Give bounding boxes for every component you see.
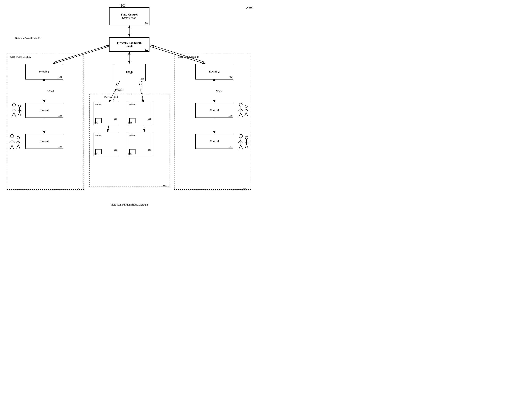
ref-106: 106 <box>58 114 62 117</box>
svg-line-22 <box>12 113 14 117</box>
svg-line-40 <box>17 144 18 149</box>
svg-point-36 <box>17 136 20 139</box>
ref-104: 104 <box>229 76 232 79</box>
control107-box: Control 107 <box>25 134 63 149</box>
ref-109: 109 <box>229 145 232 148</box>
wired-label-right: Wired <box>216 90 222 93</box>
svg-line-53 <box>246 112 248 116</box>
switch2-box: Switch 2 104 <box>195 64 233 80</box>
diagram-caption: Field Competition Block Diagram <box>0 203 258 206</box>
svg-line-62 <box>245 141 247 143</box>
robot113-box: Robot 113 120d <box>127 133 152 156</box>
control108-box: Control 108 <box>195 103 233 118</box>
team-a-ref: 115 <box>76 187 79 190</box>
ref-107: 107 <box>58 145 62 148</box>
svg-point-54 <box>239 134 243 138</box>
wireless-label: Wireless <box>115 88 124 91</box>
svg-line-41 <box>18 144 20 149</box>
svg-line-47 <box>241 113 243 117</box>
svg-line-64 <box>245 144 247 149</box>
ref-101: 101 <box>145 22 148 24</box>
svg-line-46 <box>239 113 241 117</box>
ref-110: 110 <box>114 118 117 120</box>
svg-point-18 <box>12 103 15 106</box>
svg-line-58 <box>239 145 241 149</box>
svg-line-32 <box>9 140 12 143</box>
svg-line-59 <box>241 145 243 149</box>
svg-point-60 <box>245 136 248 139</box>
svg-line-50 <box>244 109 246 111</box>
control109-box: Control 109 <box>195 134 233 149</box>
svg-line-33 <box>12 140 15 143</box>
ref-103: 103 <box>58 76 62 79</box>
svg-line-20 <box>12 109 14 111</box>
person-team-a-2 <box>8 134 23 153</box>
svg-line-28 <box>18 112 19 116</box>
svg-line-39 <box>18 141 20 143</box>
svg-line-63 <box>247 141 249 143</box>
svg-line-23 <box>14 113 16 117</box>
team-b-label: Cooperative Team B <box>178 55 199 58</box>
robot112-box: Robot 112 120c <box>93 133 118 156</box>
svg-line-52 <box>245 112 246 116</box>
ref-102: 102 <box>145 48 148 51</box>
playing-field-ref: 114 <box>163 184 166 187</box>
person-team-a-1 <box>10 103 23 120</box>
robot110-box: Robot 110 120a <box>93 102 118 125</box>
svg-line-65 <box>247 144 248 149</box>
svg-line-56 <box>238 140 241 143</box>
wap-box: WAP 105 <box>113 64 146 81</box>
svg-line-45 <box>241 109 243 111</box>
svg-line-35 <box>12 145 14 149</box>
svg-point-42 <box>239 103 242 106</box>
svg-point-30 <box>10 134 14 138</box>
team-a-label: Cooperative Team A <box>10 55 31 58</box>
field-control-box: Field Control Start / Stop 101 <box>109 7 149 25</box>
svg-line-34 <box>10 145 12 149</box>
network-arena-label: Network Arena Controller <box>15 37 42 40</box>
person-team-b-1 <box>236 103 250 120</box>
svg-line-27 <box>19 109 21 111</box>
wired-label-left: Wired <box>47 90 54 93</box>
switch1-box: Switch 1 103 <box>25 64 63 80</box>
svg-line-29 <box>19 112 21 116</box>
pc-label: PC <box>121 4 125 7</box>
diagram-container: PC Field Control Start / Stop 101 Networ… <box>0 0 258 202</box>
ref-108: 108 <box>229 114 232 117</box>
control106-box: Control 106 <box>25 103 63 118</box>
svg-line-44 <box>238 109 241 111</box>
ref-113: 113 <box>148 149 151 151</box>
robot111-box: Robot 111 120b <box>127 102 152 125</box>
ref-111: 111 <box>148 118 151 120</box>
svg-line-21 <box>14 109 16 111</box>
ref-112: 112 <box>114 149 117 151</box>
svg-line-51 <box>246 109 248 111</box>
ref-105: 105 <box>141 77 144 80</box>
playing-field-label: Playing Field <box>104 95 118 98</box>
firewall-box: Firewall / Bandwidth Limits 102 <box>109 37 149 52</box>
main-ref: ↲ 100 <box>245 6 253 10</box>
svg-line-57 <box>241 140 244 143</box>
svg-line-26 <box>18 109 19 111</box>
svg-line-38 <box>16 141 18 143</box>
person-team-b-2 <box>236 134 250 152</box>
team-b-ref: 116 <box>243 187 246 190</box>
svg-point-48 <box>245 105 247 107</box>
svg-point-24 <box>18 105 21 107</box>
